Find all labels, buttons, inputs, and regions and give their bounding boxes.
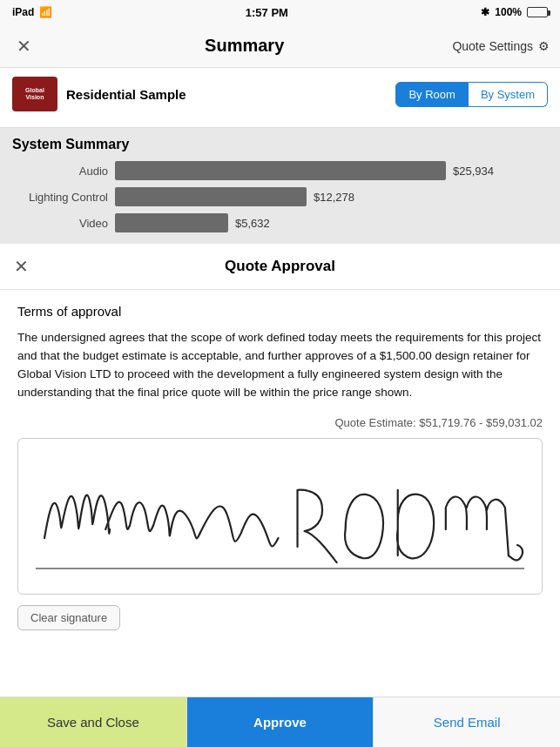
chart-row-lighting: Lighting Control $12,278	[12, 187, 548, 206]
battery-icon	[527, 7, 548, 17]
quote-approval-modal: ✕ Quote Approval Terms of approval The u…	[0, 244, 560, 747]
status-time: 1:57 PM	[246, 6, 288, 19]
nav-bar: ✕ Summary Quote Settings ⚙	[0, 24, 560, 68]
signature-drawing	[18, 439, 542, 594]
lighting-label: Lighting Control	[12, 191, 108, 204]
signature-area[interactable]	[17, 438, 543, 595]
video-label: Video	[12, 217, 108, 230]
action-bar: Save and Close Approve Send Email	[0, 697, 560, 747]
send-email-button[interactable]: Send Email	[373, 697, 560, 747]
wifi-icon: 📶	[39, 6, 52, 18]
modal-header: ✕ Quote Approval	[0, 244, 560, 290]
chart-row-audio: Audio $25,934	[12, 161, 548, 180]
modal-close-button[interactable]: ✕	[14, 256, 29, 277]
company-info: GlobalVision Residential Sample	[12, 77, 186, 111]
lighting-value: $12,278	[314, 191, 354, 204]
quote-estimate: Quote Estimate: $51,719.76 - $59,031.02	[17, 416, 543, 429]
modal-body: Terms of approval The undersigned agrees…	[0, 290, 560, 697]
system-summary-section: System Summary Audio $25,934 Lighting Co…	[0, 128, 560, 252]
lighting-bar	[115, 187, 307, 206]
settings-label: Quote Settings	[452, 39, 533, 53]
status-bar: iPad 📶 1:57 PM ✱ 100%	[0, 0, 560, 24]
video-value: $5,632	[235, 217, 270, 230]
status-carrier: iPad 📶	[12, 6, 52, 18]
approve-button[interactable]: Approve	[186, 697, 374, 747]
audio-label: Audio	[12, 165, 108, 178]
by-system-button[interactable]: By System	[469, 82, 548, 107]
summary-header: GlobalVision Residential Sample By Room …	[0, 68, 560, 128]
system-summary-title: System Summary	[12, 137, 548, 152]
carrier-label: iPad	[12, 6, 34, 18]
status-right: ✱ 100%	[481, 6, 548, 18]
battery-label: 100%	[495, 6, 522, 18]
settings-icon: ⚙	[538, 39, 550, 53]
audio-value: $25,934	[453, 165, 494, 178]
audio-bar	[115, 161, 446, 180]
company-logo: GlobalVision	[12, 77, 57, 111]
company-name: Residential Sample	[66, 87, 186, 102]
signature-line	[36, 568, 524, 569]
by-room-button[interactable]: By Room	[395, 82, 468, 107]
terms-text: The undersigned agrees that the scope of…	[17, 329, 543, 402]
logo-text: GlobalVision	[25, 87, 44, 102]
bluetooth-icon: ✱	[481, 6, 489, 18]
clear-signature-button[interactable]: Clear signature	[17, 605, 120, 630]
modal-title: Quote Approval	[225, 258, 335, 275]
page-title: Summary	[205, 36, 284, 56]
terms-title: Terms of approval	[17, 304, 543, 319]
close-button[interactable]: ✕	[10, 36, 37, 57]
view-toggle: By Room By System	[395, 82, 548, 107]
quote-settings-button[interactable]: Quote Settings ⚙	[452, 39, 550, 53]
save-close-button[interactable]: Save and Close	[0, 697, 186, 747]
chart-row-video: Video $5,632	[12, 213, 548, 232]
video-bar	[115, 213, 228, 232]
